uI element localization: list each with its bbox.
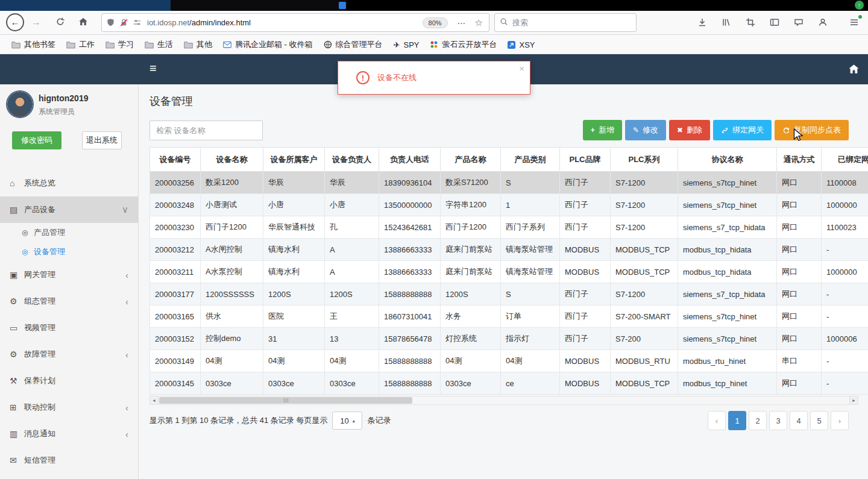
sidebar-item-gateway-mgmt[interactable]: ▣网关管理‹ [0, 261, 138, 288]
bookmark-item[interactable]: 生活 [139, 37, 178, 52]
reload-button[interactable] [55, 17, 65, 29]
page-size-dropdown[interactable]: 10 ▴ [332, 412, 362, 430]
device-search-input[interactable] [149, 121, 263, 140]
table-cell: MODBUS [560, 372, 611, 395]
bookmark-item[interactable]: 萤石云开放平台 [424, 37, 502, 52]
chevron-left-icon: ‹ [125, 296, 128, 307]
browser-tab-active[interactable] [0, 0, 171, 11]
table-row[interactable]: 200003248小唐测试小唐小唐13500000000字符串12001西门子S… [150, 194, 868, 216]
table-row[interactable]: 200003212A水闸控制镇海水利A13886663333庭来门前泵站镇海泵站… [150, 239, 868, 261]
table-cell: 华辰 [263, 172, 325, 194]
chevron-left-icon: ‹ [125, 429, 128, 439]
sidebar-item-overview[interactable]: ⌂系统总览 [0, 170, 138, 196]
bookmark-item[interactable]: 综合管理平台 [318, 37, 388, 52]
table-row[interactable]: 200003211A水泵控制镇海水利A13886663333庭来门前泵站镇海泵站… [150, 261, 868, 283]
table-row[interactable]: 200003152控制demo311315878656478灯控系统指示灯西门子… [150, 328, 868, 350]
account-icon[interactable] [817, 16, 828, 29]
bind-gateway-button[interactable]: 绑定网关 [713, 120, 772, 140]
bookmark-item[interactable]: ✈SPY [388, 39, 425, 51]
browser-home-button[interactable] [78, 17, 88, 29]
table-cell: 1000000 [822, 261, 868, 283]
table-row[interactable]: 20000314904测04测04测1588888888804测04测MODBU… [150, 350, 868, 372]
app-menu-button[interactable] [848, 16, 861, 29]
avatar[interactable] [6, 90, 34, 118]
sidebar-item-sms-mgmt[interactable]: ✉短信管理 [0, 447, 138, 474]
permissions-icon[interactable] [133, 18, 142, 27]
sidebar-item-device-mgmt[interactable]: ◎设备管理 [0, 242, 138, 261]
sidebar-item-linkage-ctrl[interactable]: ⊞联动控制‹ [0, 394, 138, 421]
table-cell: - [822, 283, 868, 305]
sidebars-icon[interactable] [769, 16, 780, 29]
back-button[interactable]: ← [6, 13, 24, 31]
app-home-button[interactable] [848, 63, 860, 77]
edit-button[interactable]: ✎修改 [625, 120, 666, 140]
table-cell: 小唐 [263, 194, 325, 216]
bookmark-item[interactable]: 学习 [100, 37, 139, 52]
action-buttons: +新增✎修改✖删除绑定网关复制同步点表 [583, 120, 849, 140]
browser-search-bar[interactable] [494, 13, 637, 32]
sidebar-item-video-mgmt[interactable]: ▭视频管理 [0, 315, 138, 341]
sidebar-item-message-notify[interactable]: ▥消息通知‹ [0, 421, 138, 447]
copy-sync-button[interactable]: 复制同步点表 [775, 120, 849, 140]
address-bar[interactable]: iot.idosp.net/admin/index.html 80% ⋯ ☆ [101, 13, 489, 32]
horizontal-scrollbar[interactable]: ◄ ► [149, 396, 858, 405]
scrollbar-thumb[interactable] [159, 397, 412, 404]
change-password-button[interactable]: 修改密码 [12, 131, 61, 149]
add-button[interactable]: +新增 [583, 120, 622, 140]
book-icon: ▤ [10, 205, 24, 214]
update-badge-icon[interactable]: ↑ [855, 1, 864, 10]
page-button-5[interactable]: 5 [810, 411, 828, 430]
sidebar-item-fault-mgmt[interactable]: ⚙故障管理‹ [0, 341, 138, 368]
sidebar-item-maintain-plan[interactable]: ⚒保养计划 [0, 368, 138, 394]
forward-button[interactable]: → [31, 17, 41, 28]
table-row[interactable]: 200003230西门子1200华辰智通科技孔15243642681西门子120… [150, 216, 868, 239]
column-header: 设备编号 [150, 148, 201, 172]
logout-button[interactable]: 退出系统 [82, 131, 122, 149]
zoom-indicator[interactable]: 80% [423, 17, 448, 28]
table-cell: 1200SSSSSS [201, 283, 263, 305]
table-cell: 网口 [777, 216, 822, 239]
table-cell: 1100008 [822, 172, 868, 194]
link-icon [721, 127, 729, 134]
sidebar-item-product-mgmt[interactable]: ◎产品管理 [0, 223, 138, 242]
table-cell: 指示灯 [501, 328, 560, 350]
table-row[interactable]: 2000031771200SSSSSS1200S1200S15888888888… [150, 283, 868, 305]
table-row[interactable]: 200003256数采1200华辰华辰18390936104数采S71200S西… [150, 172, 868, 194]
insecure-lock-icon[interactable] [119, 18, 128, 27]
bookmark-item[interactable]: 其他 [178, 37, 218, 52]
bookmark-item[interactable]: XSY [502, 39, 540, 51]
scroll-left-button[interactable]: ◄ [150, 396, 159, 404]
browser-search-input[interactable] [512, 18, 621, 27]
page-button-4[interactable]: 4 [790, 411, 808, 430]
page-button-3[interactable]: 3 [769, 411, 787, 430]
bookmark-item[interactable]: 工作 [61, 37, 100, 52]
library-icon[interactable] [721, 16, 732, 29]
bookmark-item[interactable]: 腾讯企业邮箱 - 收件箱 [218, 37, 318, 52]
delete-button[interactable]: ✖删除 [669, 120, 710, 140]
target-icon: ◎ [22, 248, 34, 256]
table-row[interactable]: 200003165供水医院王18607310041水务订单西门子S7-200-S… [150, 305, 868, 328]
table-row[interactable]: 2000031450303ce0303ce0303ce1588888888803… [150, 372, 868, 395]
shield-icon[interactable] [106, 18, 115, 27]
table-cell: S7-1200 [611, 216, 678, 239]
browser-tab-background[interactable] [171, 0, 347, 11]
download-icon[interactable] [697, 16, 708, 29]
next-page-button[interactable]: › [831, 411, 849, 430]
messages-icon[interactable] [793, 16, 804, 29]
screenshot-icon[interactable] [745, 16, 756, 29]
scroll-right-button[interactable]: ► [849, 396, 858, 404]
page-actions-icon[interactable]: ⋯ [458, 18, 467, 28]
sidebar-item-product-device[interactable]: ▤产品设备∨ [0, 196, 138, 223]
sidebar-item-scada-mgmt[interactable]: ⚙组态管理‹ [0, 288, 138, 315]
page-button-1[interactable]: 1 [728, 411, 746, 430]
username: hignton2019 [39, 93, 88, 103]
sidebar-item-label: 组态管理 [24, 296, 55, 307]
sidebar-toggle-icon[interactable]: ≡ [149, 61, 157, 75]
alert-close-button[interactable]: × [519, 63, 524, 74]
folder-icon [11, 41, 20, 49]
prev-page-button[interactable]: ‹ [708, 411, 726, 430]
bookmark-item[interactable]: 其他书签 [6, 37, 61, 52]
column-header: 设备所属客户 [263, 148, 325, 172]
page-button-2[interactable]: 2 [749, 411, 767, 430]
bookmark-star-icon[interactable]: ☆ [475, 17, 483, 28]
